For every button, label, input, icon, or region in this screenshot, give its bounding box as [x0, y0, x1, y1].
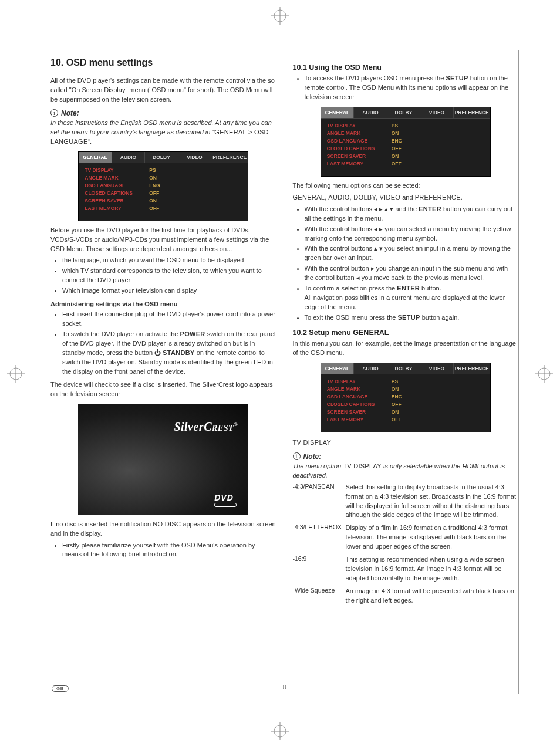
- admin-after-text: The device will check to see if a disc i…: [50, 380, 276, 399]
- standby-icon: ⏻: [154, 349, 163, 356]
- nodisc-list: Firstly please familiarize yourself with…: [50, 541, 276, 560]
- crop-mark-right: [535, 365, 553, 383]
- arrow-down-icon: ▾: [379, 245, 384, 252]
- intro-paragraph: All of the DVD player's settings can be …: [50, 76, 276, 104]
- crop-mark-top: [271, 7, 289, 25]
- dvd-logo: DVD: [214, 493, 237, 507]
- page-number: - 8 -: [50, 684, 518, 691]
- nodisc-text: If no disc is inserted the notification …: [50, 520, 276, 539]
- arrow-left-icon: ◂: [374, 225, 379, 232]
- osd-menu-figure-1: GENERAL AUDIO DOLBY VIDEO PREFERENCE TV …: [78, 151, 248, 221]
- before-use-list: the language, in which you want the OSD …: [50, 256, 276, 296]
- following-text: The following menu options can be select…: [293, 181, 519, 191]
- using-list: To access the DVD players OSD menu press…: [293, 74, 519, 102]
- note-heading-2: i Note:: [293, 452, 519, 461]
- splash-screen-figure: SilverCrest® DVD: [78, 404, 248, 515]
- admin-list: First insert the connector plug of the D…: [50, 310, 276, 377]
- left-column: 10. OSD menu settings All of the DVD pla…: [50, 58, 276, 609]
- page-content: 10. OSD menu settings All of the DVD pla…: [50, 50, 519, 694]
- crop-mark-bottom: [271, 722, 289, 740]
- osd-tab-audio: AUDIO: [112, 152, 145, 163]
- osd-menu-figure-2: GENERAL AUDIO DOLBY VIDEO PREFERENCE TV …: [321, 107, 491, 177]
- gb-badge: GB: [52, 685, 69, 692]
- tv-display-heading: TV DISPLAY: [293, 438, 519, 448]
- silvercrest-logo: SilverCrest®: [174, 420, 238, 434]
- definition-list: -4:3/PANSCANSelect this setting to displ…: [293, 483, 519, 606]
- h-10-1: 10.1 Using the OSD Menu: [293, 63, 519, 72]
- arrow-left-icon: ◂: [356, 274, 362, 281]
- info-icon: i: [293, 452, 301, 460]
- arrow-right-icon: ▸: [371, 265, 376, 272]
- info-icon: i: [50, 109, 58, 117]
- osd-tab-video: VIDEO: [178, 152, 211, 163]
- arrow-left-icon: ◂: [374, 205, 379, 212]
- arrow-right-icon: ▸: [379, 225, 384, 232]
- crop-mark-left: [7, 365, 25, 383]
- before-use-text: Before you use the DVD player for the fi…: [50, 226, 276, 254]
- note-text-2: The menu option TV DISPLAY is only selec…: [293, 462, 519, 481]
- h102-intro: In this menu you can, for example, set t…: [293, 339, 519, 358]
- control-buttons-list: With the control buttons ◂ ▸ ▴ ▾ and the…: [293, 205, 519, 323]
- arrow-right-icon: ▸: [379, 205, 384, 212]
- following-options: GENERAL, AUDIO, DOLBY, VIDEO and PREFERE…: [293, 193, 519, 202]
- note-heading: i Note:: [50, 109, 276, 117]
- arrow-up-icon: ▴: [374, 245, 379, 252]
- section-title: 10. OSD menu settings: [50, 58, 276, 68]
- arrow-up-icon: ▴: [384, 205, 390, 212]
- h-10-2: 10.2 Setup menu GENERAL: [293, 329, 519, 337]
- admin-heading: Administering settings via the OSD menu: [50, 300, 276, 307]
- osd-tab-general: GENERAL: [79, 152, 112, 163]
- osd-tab-preference: PREFERENCE: [211, 152, 248, 163]
- right-column: 10.1 Using the OSD Menu To access the DV…: [293, 58, 519, 609]
- note-text: In these instructions the English OSD me…: [50, 119, 276, 147]
- osd-tab-dolby: DOLBY: [145, 152, 178, 163]
- osd-menu-figure-3: GENERAL AUDIO DOLBY VIDEO PREFERENCE TV …: [321, 363, 491, 432]
